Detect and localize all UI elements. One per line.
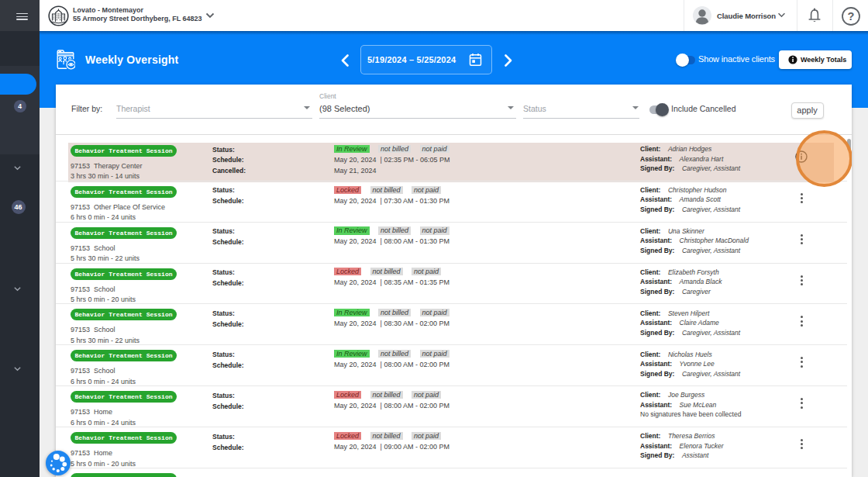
- svg-text:?: ?: [847, 10, 854, 22]
